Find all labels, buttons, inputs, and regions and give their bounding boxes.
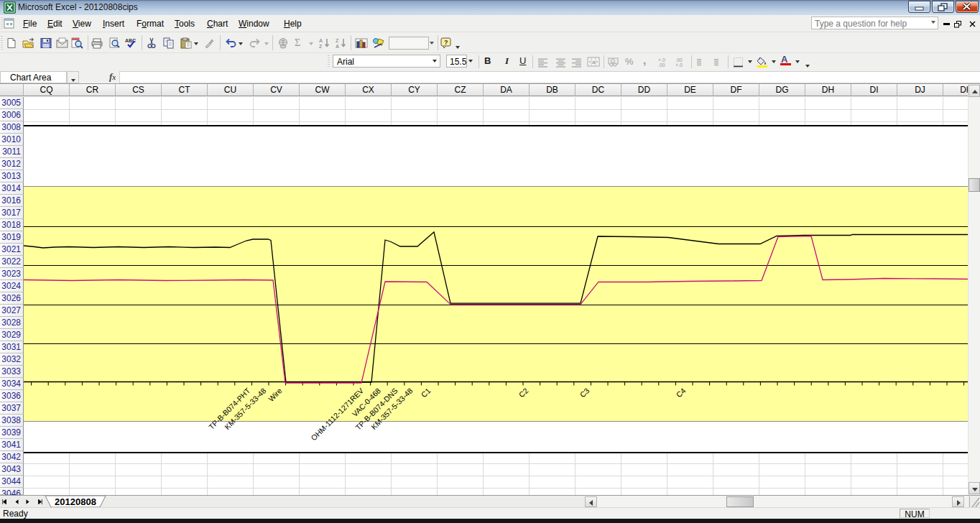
- svg-text:a: a: [592, 59, 596, 65]
- svg-text:.00: .00: [658, 63, 665, 67]
- svg-text:+.0: +.0: [658, 57, 665, 63]
- svg-text:.00: .00: [675, 57, 683, 63]
- svg-text:Z: Z: [319, 44, 323, 49]
- svg-text:?: ?: [444, 39, 448, 46]
- svg-text:A: A: [336, 44, 339, 49]
- svg-text:Z: Z: [336, 38, 339, 43]
- svg-text:A: A: [319, 38, 323, 43]
- svg-text:20120808: 20120808: [55, 496, 96, 507]
- svg-text:+.0: +.0: [675, 63, 683, 67]
